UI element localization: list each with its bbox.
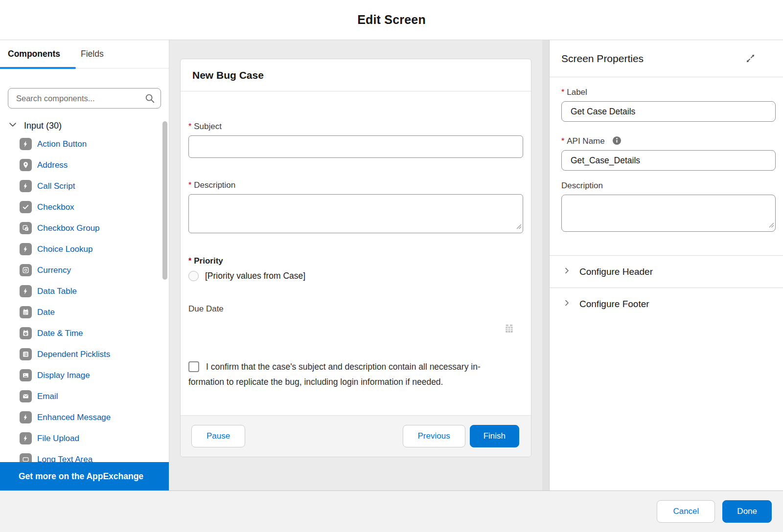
component-label: Checkbox Group xyxy=(37,223,100,233)
confirm-checkbox-row: I confirm that the case's subject and de… xyxy=(188,359,523,390)
component-item-date-time[interactable]: Date & Time xyxy=(0,323,166,344)
component-label: Display Image xyxy=(37,371,90,380)
check-icon xyxy=(20,201,32,213)
cancel-button[interactable]: Cancel xyxy=(657,500,715,523)
confirm-checkbox-label: I confirm that the case's subject and de… xyxy=(206,359,481,390)
info-icon[interactable] xyxy=(612,136,622,148)
sidebar-tabs: Components Fields xyxy=(0,40,169,68)
component-item-call-script[interactable]: Call Script xyxy=(0,176,166,197)
component-item-address[interactable]: Address xyxy=(0,155,166,176)
configure-footer-label: Configure Footer xyxy=(579,299,649,310)
required-asterisk: * xyxy=(561,137,564,146)
canvas-scrollbar-track[interactable] xyxy=(542,40,549,490)
component-item-dependent-picklists[interactable]: Dependent Picklists xyxy=(0,344,166,365)
done-button[interactable]: Done xyxy=(722,500,772,523)
api-name-field-label: * API Name xyxy=(561,134,776,146)
appexchange-banner-button[interactable]: Get more on the AppExchange xyxy=(0,462,169,490)
required-asterisk: * xyxy=(188,122,191,131)
component-label: Enhanced Message xyxy=(37,413,111,422)
component-label: Dependent Picklists xyxy=(37,350,110,359)
bolt-icon xyxy=(20,432,32,444)
screen-card-footer: Pause Previous Finish xyxy=(181,415,531,457)
bolt-icon xyxy=(20,138,32,150)
tab-components[interactable]: Components xyxy=(8,49,60,59)
description-label: * Description xyxy=(188,180,523,190)
chevron-down-icon xyxy=(8,120,18,132)
component-label: Email xyxy=(37,392,58,401)
finish-button[interactable]: Finish xyxy=(470,425,519,447)
bolt-icon xyxy=(20,180,32,192)
component-item-long-text-area[interactable]: Long Text Area xyxy=(0,449,166,462)
due-date-field-area[interactable] xyxy=(188,323,523,336)
component-item-date[interactable]: Date xyxy=(0,302,166,323)
expand-panel-icon[interactable] xyxy=(745,53,756,64)
image-icon xyxy=(20,369,32,381)
configure-header-label: Configure Header xyxy=(579,266,653,277)
required-asterisk: * xyxy=(561,88,564,97)
search-wrap xyxy=(8,88,161,109)
envelope-icon xyxy=(20,390,32,402)
component-label: Long Text Area xyxy=(37,455,92,463)
label-input[interactable] xyxy=(561,101,776,122)
priority-radio-row: [Priority values from Case] xyxy=(188,271,523,281)
chevron-right-icon xyxy=(563,266,571,277)
datepicker-calendar-icon[interactable] xyxy=(504,323,515,336)
component-label: Date xyxy=(37,308,55,317)
screen-title: New Bug Case xyxy=(181,59,531,91)
component-item-display-image[interactable]: Display Image xyxy=(0,365,166,386)
components-sidebar: Components Fields Input (30) Action Butt… xyxy=(0,40,169,490)
search-components-input[interactable] xyxy=(8,88,161,109)
dialog-body: Components Fields Input (30) Action Butt… xyxy=(0,40,783,490)
dialog-title: Edit Screen xyxy=(357,13,426,27)
component-label: Date & Time xyxy=(37,329,83,338)
component-label: File Upload xyxy=(37,434,79,443)
currency-icon xyxy=(20,264,32,276)
component-item-action-button[interactable]: Action Button xyxy=(0,133,166,155)
dialog-header: Edit Screen xyxy=(0,0,783,40)
subject-input[interactable] xyxy=(188,135,523,158)
priority-label: * Priority xyxy=(188,256,523,266)
component-item-email[interactable]: Email xyxy=(0,386,166,407)
component-item-data-table[interactable]: Data Table xyxy=(0,281,166,302)
description-textarea[interactable] xyxy=(188,194,523,233)
subject-label: * Subject xyxy=(188,122,523,132)
input-section-toggle[interactable]: Input (30) xyxy=(0,120,169,132)
sidebar-scrollbar-thumb[interactable] xyxy=(162,121,167,280)
component-label: Address xyxy=(37,160,68,170)
configure-header-section[interactable]: Configure Header xyxy=(550,255,783,288)
bolt-icon xyxy=(20,411,32,423)
component-label: Data Table xyxy=(37,287,77,296)
component-label: Currency xyxy=(37,266,71,275)
confirm-checkbox[interactable] xyxy=(188,361,199,372)
component-item-choice-lookup[interactable]: Choice Lookup xyxy=(0,239,166,260)
component-item-checkbox-group[interactable]: Checkbox Group xyxy=(0,218,166,239)
component-item-file-upload[interactable]: File Upload xyxy=(0,428,166,449)
screen-canvas: New Bug Case * Subject * Description xyxy=(169,40,550,490)
tab-fields[interactable]: Fields xyxy=(81,49,104,59)
properties-sections: Configure Header Configure Footer xyxy=(550,255,783,320)
properties-title: Screen Properties xyxy=(561,53,644,65)
bolt-icon xyxy=(20,285,32,297)
due-date-label: Due Date xyxy=(188,304,523,314)
properties-description-textarea[interactable] xyxy=(561,195,776,232)
pause-button[interactable]: Pause xyxy=(191,425,245,447)
configure-footer-section[interactable]: Configure Footer xyxy=(550,288,783,320)
active-tab-underline xyxy=(0,67,76,69)
component-item-currency[interactable]: Currency xyxy=(0,260,166,281)
calendar-icon xyxy=(20,306,32,318)
component-label: Choice Lookup xyxy=(37,244,92,254)
component-item-checkbox[interactable]: Checkbox xyxy=(0,197,166,218)
screen-card-body: * Subject * Description * Priority xyxy=(181,91,531,415)
input-section-label: Input (30) xyxy=(24,121,62,131)
map-pin-icon xyxy=(20,159,32,171)
priority-radio-button[interactable] xyxy=(188,271,199,281)
calendar-clock-icon xyxy=(20,327,32,339)
screen-properties-panel: Screen Properties * Label * API Name xyxy=(550,40,783,490)
api-name-input[interactable] xyxy=(561,150,776,171)
previous-button[interactable]: Previous xyxy=(403,425,465,447)
description-field-label: Description xyxy=(561,181,776,191)
component-label: Call Script xyxy=(37,181,75,191)
priority-option-label: [Priority values from Case] xyxy=(205,271,305,281)
component-label: Checkbox xyxy=(37,202,74,212)
component-item-enhanced-message[interactable]: Enhanced Message xyxy=(0,407,166,428)
